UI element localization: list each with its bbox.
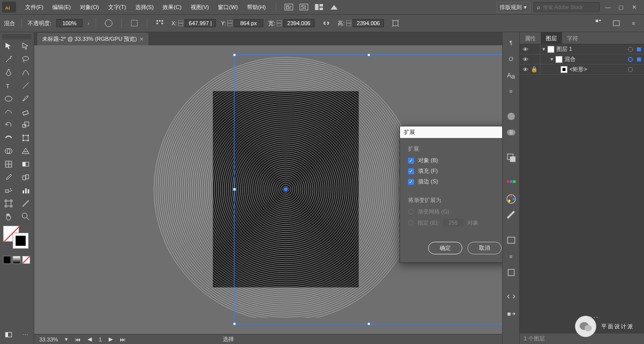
link-icon[interactable] xyxy=(321,19,331,28)
fill-checkbox-row[interactable]: ✓填充 (F) xyxy=(408,167,501,175)
w-field[interactable]: 2394.006 xyxy=(283,19,314,27)
search-input[interactable] xyxy=(543,5,593,10)
menu-icon[interactable]: ≡ xyxy=(629,19,638,28)
color-mode-swatch[interactable] xyxy=(3,256,11,264)
free-transform-tool[interactable] xyxy=(18,132,34,144)
swatches-panel-icon[interactable] xyxy=(506,177,517,188)
type-tool[interactable]: T xyxy=(1,80,17,92)
tab-character[interactable]: 字符 xyxy=(562,32,583,44)
lasso-tool[interactable] xyxy=(18,53,34,65)
stock-icon[interactable]: St xyxy=(299,3,308,12)
align-icon[interactable] xyxy=(155,19,165,28)
rotate-tool[interactable] xyxy=(1,119,17,131)
actions-panel-icon[interactable] xyxy=(506,308,517,319)
nav-next-icon[interactable]: ▶ xyxy=(109,336,113,342)
document-tab[interactable]: 未标题-2* @ 33.33% (RGB/GPU 预览) × xyxy=(37,33,148,45)
tab-attributes[interactable]: 属性 xyxy=(520,32,541,44)
close-icon[interactable]: × xyxy=(140,36,143,43)
gradient-mode-swatch[interactable] xyxy=(13,256,21,264)
maximize-button[interactable]: ▢ xyxy=(616,2,626,12)
bridge-icon[interactable]: Br xyxy=(284,3,293,12)
layer-row[interactable]: 👁▾图层 1 xyxy=(520,44,644,54)
stepper[interactable] xyxy=(227,20,232,26)
h-field[interactable]: 2394.006 xyxy=(353,19,384,27)
visibility-icon[interactable]: 👁 xyxy=(522,66,529,73)
chevron-down-icon[interactable]: ▾ xyxy=(65,336,68,342)
expand-icon[interactable]: ▾ xyxy=(542,46,545,52)
curvature-tool[interactable] xyxy=(18,66,34,79)
transform-panel-icon[interactable] xyxy=(506,267,517,278)
cancel-button[interactable]: 取消 xyxy=(467,242,502,254)
menu-window[interactable]: 窗口(W) xyxy=(214,2,242,13)
blend-tool[interactable] xyxy=(18,171,34,183)
stroke-checkbox-row[interactable]: ✓描边 (S) xyxy=(408,178,501,185)
menu-select[interactable]: 选择(S) xyxy=(131,2,158,13)
object-checkbox-row[interactable]: ✓对象 (B) xyxy=(408,157,501,164)
symbol-sprayer-tool[interactable] xyxy=(1,184,17,196)
doc-setup-icon[interactable] xyxy=(612,19,621,28)
screen-mode-tool[interactable] xyxy=(1,329,17,341)
align-panel-icon[interactable]: ≡ xyxy=(506,251,517,262)
appearance-panel-icon[interactable] xyxy=(506,111,517,122)
opacity-field[interactable]: 100% xyxy=(56,19,83,27)
color-swatches[interactable] xyxy=(2,226,32,251)
page-number[interactable]: 1 xyxy=(99,336,102,342)
hand-tool[interactable] xyxy=(1,211,17,223)
chevron-right-icon[interactable]: › xyxy=(88,20,90,26)
nav-last-icon[interactable]: ⏭ xyxy=(120,336,125,342)
eraser-tool[interactable] xyxy=(18,106,34,118)
target-icon[interactable] xyxy=(628,47,633,52)
x-field[interactable]: 647.997 | xyxy=(185,19,216,27)
arrange-icon[interactable] xyxy=(314,3,324,12)
visibility-icon[interactable]: 👁 xyxy=(522,56,529,62)
recolor-icon[interactable] xyxy=(104,19,113,28)
line-tool[interactable] xyxy=(18,80,34,92)
opentype-panel-icon[interactable]: O xyxy=(506,53,517,64)
transform-icon[interactable] xyxy=(130,19,139,28)
expand-icon[interactable]: ▾ xyxy=(550,56,553,62)
edit-toolbar-tool[interactable]: ⋯ xyxy=(18,329,34,341)
layer-row[interactable]: 👁🔒<矩形> xyxy=(520,64,644,75)
pen-tool[interactable] xyxy=(1,66,17,79)
close-button[interactable]: ✕ xyxy=(629,2,639,12)
slice-tool[interactable] xyxy=(18,197,34,210)
perspective-tool[interactable] xyxy=(18,145,34,157)
gradient-panel-icon[interactable] xyxy=(506,210,517,221)
layer-row[interactable]: 👁▾混合 xyxy=(520,54,644,64)
nav-first-icon[interactable]: ⏮ xyxy=(75,336,80,342)
zoom-value[interactable]: 33.33% xyxy=(39,336,58,342)
width-tool[interactable] xyxy=(1,132,17,144)
links-panel-icon[interactable] xyxy=(506,292,517,303)
tab-layers[interactable]: 图层 xyxy=(541,32,562,44)
graph-tool[interactable] xyxy=(18,184,34,196)
target-icon[interactable] xyxy=(628,67,633,72)
menu-object[interactable]: 对象(O) xyxy=(76,2,103,13)
shaper-tool[interactable] xyxy=(1,106,17,118)
menu-file[interactable]: 文件(F) xyxy=(21,2,47,13)
stroke-panel-icon[interactable]: ≡ xyxy=(506,86,517,97)
ellipse-tool[interactable] xyxy=(1,93,17,105)
menu-view[interactable]: 视图(V) xyxy=(187,2,213,13)
menu-edit[interactable]: 编辑(E) xyxy=(48,2,75,13)
zoom-tool[interactable] xyxy=(18,211,34,223)
selection-tool[interactable] xyxy=(1,40,17,52)
artboard-tool[interactable] xyxy=(1,197,17,210)
panel-icon[interactable] xyxy=(595,19,604,28)
stepper[interactable] xyxy=(277,20,282,26)
mesh-tool[interactable] xyxy=(1,158,17,170)
menu-type[interactable]: 文字(T) xyxy=(104,2,130,13)
stepper[interactable] xyxy=(346,20,351,26)
scale-tool[interactable] xyxy=(18,119,34,131)
artboards-panel-icon[interactable] xyxy=(506,235,517,246)
magic-wand-tool[interactable] xyxy=(1,53,17,65)
menu-effect[interactable]: 效果(C) xyxy=(158,2,185,13)
visibility-icon[interactable]: 👁 xyxy=(522,46,529,52)
pathfinder-panel-icon[interactable] xyxy=(506,152,517,163)
ok-button[interactable]: 确定 xyxy=(428,242,462,254)
eyedropper-tool[interactable] xyxy=(1,171,17,183)
stroke-swatch[interactable] xyxy=(13,233,29,249)
color-panel-icon[interactable] xyxy=(506,193,517,204)
brush-tool[interactable] xyxy=(18,93,34,105)
y-field[interactable]: 864 px xyxy=(234,19,263,27)
gradient-tool[interactable] xyxy=(18,158,34,170)
